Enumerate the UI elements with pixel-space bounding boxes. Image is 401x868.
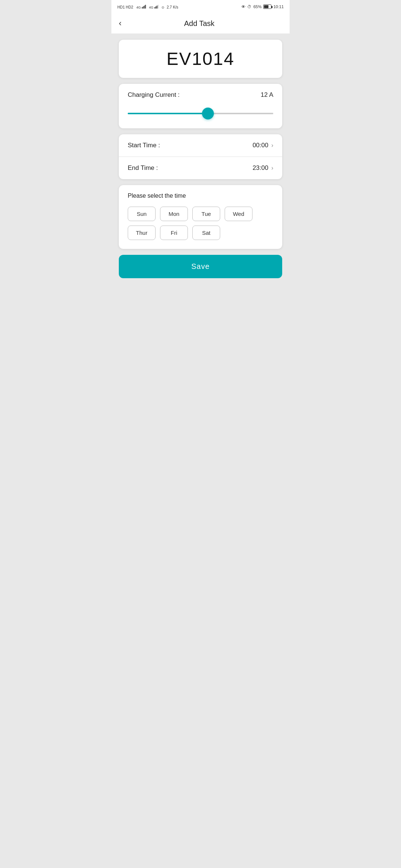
time-card: Start Time : 00:00 › End Time : 23:00 › [119,134,282,179]
day-button-thur[interactable]: Thur [128,226,156,240]
main-content: EV1014 Charging Current : 12 A Start Tim… [111,34,290,284]
day-row-1: Sun Mon Tue Wed [128,207,273,221]
end-time-value: 23:00 [252,164,268,172]
ev-id: EV1014 [167,49,235,69]
day-button-fri[interactable]: Fri [160,226,188,240]
day-select-label: Please select the time [128,193,273,199]
ev-id-card: EV1014 [119,40,282,78]
alarm-icon: ⏱ [247,4,251,9]
slider-container[interactable] [128,106,273,121]
charging-current-label: Charging Current : [128,91,180,99]
day-button-mon[interactable]: Mon [160,207,188,221]
eye-icon: 👁 [241,4,245,9]
day-row-2: Thur Fri Sat [128,226,273,240]
page-title: Add Task [127,19,271,28]
charging-current-card: Charging Current : 12 A [119,84,282,128]
end-time-label: End Time : [128,164,158,172]
status-bar: HD1 HD2 4G 4G ⊙ 2.7 K/s 👁 ⏱ 65% [111,0,290,13]
day-button-tue[interactable]: Tue [192,207,220,221]
charging-current-value: 12 A [261,91,273,99]
battery-percent: 65% [253,4,261,9]
save-button[interactable]: Save [119,255,282,278]
start-time-value: 00:00 [252,142,268,149]
header: ‹ Add Task [111,13,290,34]
day-button-wed[interactable]: Wed [225,207,252,221]
status-right: 👁 ⏱ 65% 10:11 [241,4,284,9]
back-button[interactable]: ‹ [119,19,127,28]
battery-icon [263,4,271,9]
start-time-value-group: 00:00 › [252,142,273,149]
day-button-sun[interactable]: Sun [128,207,156,221]
start-time-row[interactable]: Start Time : 00:00 › [119,134,282,157]
day-select-card: Please select the time Sun Mon Tue Wed T… [119,185,282,249]
end-time-chevron-icon: › [271,165,273,171]
end-time-row[interactable]: End Time : 23:00 › [119,157,282,179]
end-time-value-group: 23:00 › [252,164,273,172]
start-time-label: Start Time : [128,142,160,149]
start-time-chevron-icon: › [271,142,273,149]
day-button-sat[interactable]: Sat [192,226,220,240]
signal-indicators: HD1 HD2 4G 4G ⊙ 2.7 K/s [117,4,178,9]
status-left: HD1 HD2 4G 4G ⊙ 2.7 K/s [117,4,178,9]
charging-header: Charging Current : 12 A [128,91,273,99]
time-display: 10:11 [273,4,284,9]
